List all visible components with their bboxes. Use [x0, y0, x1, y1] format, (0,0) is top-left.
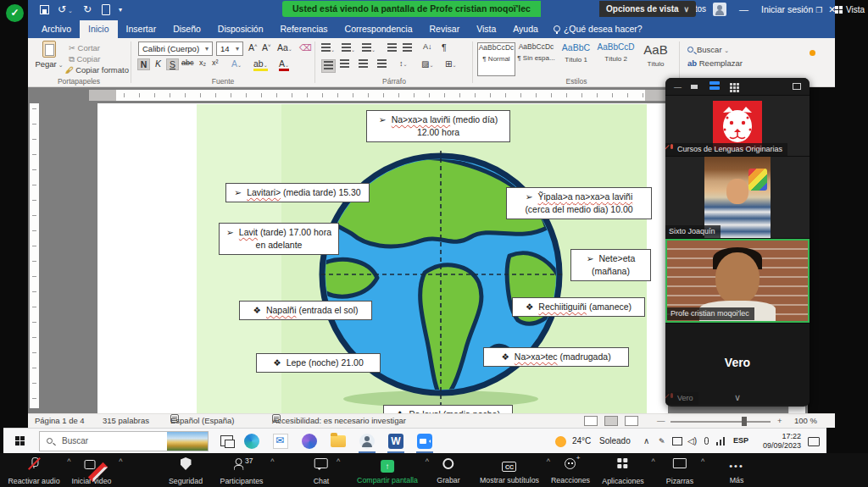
align-left-button[interactable]	[321, 59, 336, 73]
weather-temp[interactable]: 24°C	[572, 436, 591, 445]
align-center-button[interactable]	[340, 59, 349, 69]
customize-qat-icon[interactable]: ▾	[119, 6, 124, 14]
label-media-tarde[interactable]: ➢Lavitari> (media tarde) 15.30	[225, 183, 370, 202]
grow-font-button[interactable]: A˄	[248, 42, 258, 53]
highlight-button[interactable]: ab⌄	[253, 58, 268, 71]
multilevel-list-button[interactable]: ⌄	[362, 43, 376, 53]
participant-tile-logo[interactable]: Cursos de Lenguas Originarias	[665, 95, 810, 156]
subscript-button[interactable]: x₂	[199, 58, 206, 67]
zoom-slider-thumb[interactable]	[742, 417, 747, 426]
copy-button[interactable]: ⧉ Copiar	[69, 54, 100, 64]
label-amanece[interactable]: ❖Rechiitiguiñi (amanece)	[512, 297, 645, 317]
tab-inicio[interactable]: Inicio	[80, 20, 118, 38]
browser-profile-icon[interactable]	[302, 434, 317, 449]
read-mode-icon[interactable]	[584, 416, 598, 426]
zoom-out-icon[interactable]: —	[657, 414, 665, 428]
unmute-audio-button[interactable]: ^ Reactivar audio	[8, 457, 59, 485]
speaker-view-icon[interactable]	[709, 81, 720, 91]
label-cerca-mediodia[interactable]: ➢Ỹipala>a na>xa>a laviñi (cerca del medi…	[506, 187, 652, 219]
participant-tile-vero[interactable]: Vero Vero ∨	[665, 323, 810, 405]
network-icon[interactable]	[716, 437, 726, 445]
chat-caret[interactable]: ^	[337, 457, 340, 466]
page-indicator[interactable]: Página 1 de 4	[35, 414, 85, 428]
file-explorer-icon[interactable]	[331, 435, 346, 447]
participant-tile-sixto[interactable]: Sixto Joaquín	[665, 156, 810, 238]
change-case-button[interactable]: Aa⌄	[277, 42, 292, 53]
bullets-button[interactable]: ⌄	[321, 43, 335, 53]
chevron-down-icon[interactable]: ∨	[665, 394, 810, 401]
style-heading1[interactable]: AaBbCTítulo 1	[557, 42, 595, 76]
zoom-slider[interactable]	[670, 421, 771, 423]
popout-panel-icon[interactable]	[793, 83, 801, 90]
label-entrada-sol[interactable]: ❖Napalñi (entrada el sol)	[239, 301, 372, 320]
tab-revisar[interactable]: Revisar	[421, 20, 469, 38]
tab-correspondencia[interactable]: Correspondencia	[337, 20, 421, 38]
numbering-button[interactable]: ⌄	[342, 43, 355, 53]
more-button[interactable]: ••• Más	[729, 457, 744, 484]
speaker-icon[interactable]: ◁)	[687, 436, 697, 445]
label-mediodia[interactable]: ➢Na>xa>a laviñi (medio día) 12.00 hora	[366, 110, 510, 142]
account-avatar[interactable]	[713, 3, 726, 16]
label-noche[interactable]: ❖Lepe (noche) 21.00	[256, 353, 381, 373]
cut-button[interactable]: ✂ Cortar	[69, 43, 100, 53]
tab-archivo[interactable]: Archivo	[33, 20, 80, 38]
justify-button[interactable]	[377, 59, 387, 69]
window-minimize-icon[interactable]: —	[739, 4, 754, 14]
taskbar-search-input[interactable]: Buscar	[39, 431, 209, 451]
video-options-caret[interactable]: ^	[119, 457, 122, 466]
find-button[interactable]: Buscar ⌄	[687, 45, 729, 54]
style-no-spacing[interactable]: AaBbCcDc¶ Sin espa...	[517, 42, 555, 76]
clock[interactable]: 17:22 09/09/2023	[754, 432, 801, 451]
horizontal-ruler[interactable]	[89, 90, 667, 101]
decrease-indent-button[interactable]	[387, 43, 397, 53]
participants-button[interactable]: 37^ Participantes	[220, 457, 264, 485]
undo-icon[interactable]: ↺⌄	[58, 3, 75, 15]
web-layout-icon[interactable]	[625, 416, 638, 426]
start-video-button[interactable]: ^ Iniciar video	[72, 457, 112, 485]
label-madrugada[interactable]: ❖Na>xa>tec (madrugada)	[483, 347, 629, 367]
replace-button[interactable]: ab Reemplazar	[687, 58, 743, 68]
word-app-icon[interactable]: W	[388, 434, 403, 449]
pen-icon[interactable]: ✎	[659, 437, 665, 445]
view-options-button[interactable]: Opciones de vista∨	[599, 1, 696, 17]
chat-button[interactable]: ^ Chat	[314, 457, 330, 485]
document-page[interactable]: ➢Na>xa>a laviñi (medio día) 12.00 hora ➢…	[97, 103, 668, 413]
tab-ayuda[interactable]: Ayuda	[504, 20, 547, 38]
record-button[interactable]: Grabar	[437, 457, 459, 484]
label-manana[interactable]: ➢Nete>eta (mañana)	[570, 249, 651, 281]
task-view-icon[interactable]	[220, 435, 233, 446]
language-tray[interactable]: ESP	[733, 436, 748, 445]
style-heading2[interactable]: AaBbCcDTítulo 2	[597, 42, 635, 76]
clear-format-button[interactable]: ⌫	[299, 42, 312, 53]
apps-button[interactable]: ^ Aplicaciones	[602, 457, 643, 485]
sort-button[interactable]: A↓	[423, 42, 432, 51]
whiteboards-caret[interactable]: ^	[701, 457, 704, 466]
increase-indent-button[interactable]	[403, 43, 412, 53]
word-count[interactable]: 315 palabras	[103, 414, 149, 428]
tab-diseno[interactable]: Diseño	[164, 20, 209, 38]
redo-icon[interactable]: ↻	[83, 3, 93, 15]
signin-button[interactable]: Iniciar sesión ❐ ✕	[761, 4, 836, 14]
tab-insertar[interactable]: Insertar	[118, 20, 165, 38]
meet-now-icon[interactable]	[359, 434, 375, 449]
tab-vista[interactable]: Vista	[468, 20, 504, 38]
strikethrough-button[interactable]: abc	[181, 58, 194, 67]
notification-center-icon[interactable]	[808, 437, 820, 446]
mail-icon[interactable]	[273, 434, 288, 449]
participants-caret[interactable]: ^	[270, 457, 274, 466]
line-spacing-button[interactable]: ↕⌄	[399, 59, 408, 68]
print-layout-icon[interactable]	[604, 416, 618, 426]
borders-button[interactable]: ⊞⌄	[445, 59, 456, 69]
vertical-ruler[interactable]	[30, 103, 39, 408]
weather-condition[interactable]: Soleado	[599, 436, 631, 445]
edge-browser-icon[interactable]	[244, 434, 259, 449]
shrink-font-button[interactable]: A˅	[262, 42, 271, 53]
captions-caret[interactable]: ^	[547, 457, 550, 466]
new-document-icon[interactable]	[102, 4, 110, 15]
search-highlight-image[interactable]	[167, 432, 208, 451]
paste-button[interactable]: Pegar ⌄	[35, 41, 64, 76]
font-name-combo[interactable]: Calibri (Cuerpo)▾	[138, 42, 213, 56]
view-mode-button[interactable]: Vista	[835, 5, 865, 14]
format-painter-button[interactable]: 🖌︎ Copiar formato	[65, 65, 129, 75]
minimal-view-icon[interactable]	[691, 85, 698, 89]
